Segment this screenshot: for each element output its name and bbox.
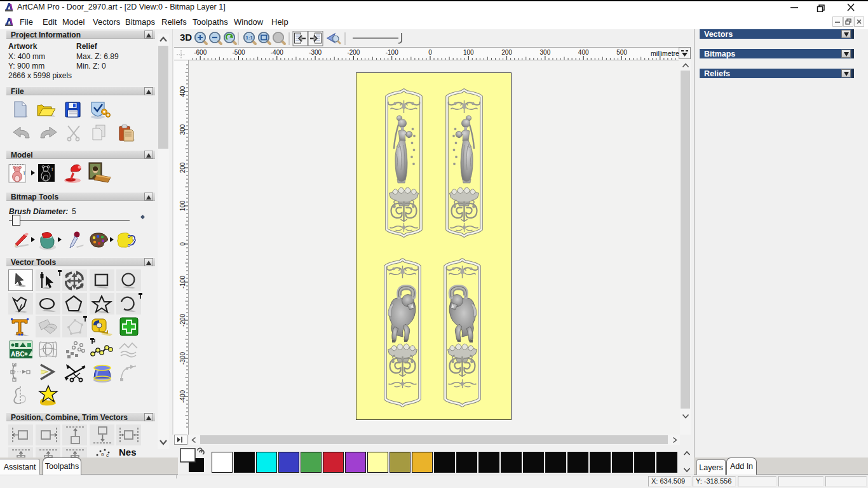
svg-text:400: 400 [179, 86, 186, 97]
svg-text:-500: -500 [232, 49, 245, 56]
svg-text:1:1: 1:1 [246, 35, 254, 41]
svg-text:0: 0 [179, 242, 186, 246]
svg-text:500: 500 [616, 49, 627, 56]
svg-text:-200: -200 [179, 314, 186, 327]
svg-text:a: a [101, 451, 104, 457]
svg-text:-200: -200 [347, 49, 360, 56]
svg-text:-400: -400 [179, 390, 186, 403]
svg-text:100: 100 [179, 200, 186, 211]
svg-text:300: 300 [179, 124, 186, 135]
svg-text:T: T [23, 171, 26, 175]
svg-text:400: 400 [578, 49, 589, 56]
svg-text:100: 100 [463, 49, 474, 56]
svg-text:-600: -600 [194, 49, 207, 56]
svg-text:0: 0 [428, 49, 432, 56]
svg-text:c: c [106, 452, 109, 458]
svg-text:-100: -100 [386, 49, 398, 56]
svg-text:-100: -100 [179, 276, 186, 288]
svg-text:Nes: Nes [119, 447, 137, 458]
svg-text:T: T [51, 167, 54, 172]
svg-text:ABC: ABC [11, 351, 25, 358]
svg-text:200: 200 [501, 49, 512, 56]
svg-text:300: 300 [540, 49, 551, 56]
svg-text:-300: -300 [179, 352, 186, 365]
svg-text:-300: -300 [309, 49, 322, 56]
svg-text:200: 200 [179, 162, 186, 173]
svg-text:-400: -400 [271, 49, 283, 56]
